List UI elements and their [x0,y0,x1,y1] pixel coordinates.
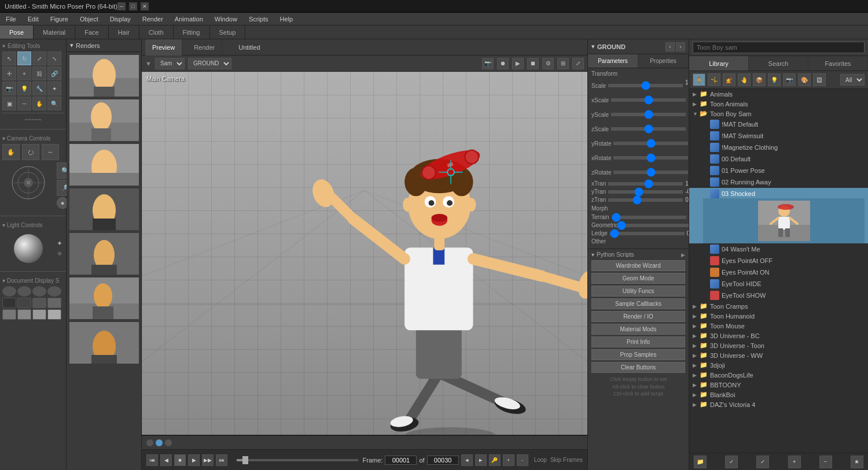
tree-item-blank-boi[interactable]: ▶ 📁 BlankBoi [689,390,868,399]
render-thumb-2[interactable] [69,99,139,141]
editing-tools-expand[interactable]: ▾ [2,43,5,49]
camera-controls-expand[interactable]: ▾ [2,135,5,142]
tool-hand[interactable]: ✋ [32,97,46,110]
tree-item-toon-cramps[interactable]: ▶ 📁 Toon Cramps [689,301,868,311]
render-thumb-5[interactable] [69,233,139,275]
timeline-thumb[interactable] [242,456,248,464]
zscale-slider[interactable] [611,127,686,131]
tab-pose[interactable]: Pose [0,25,34,39]
render-thumb-6[interactable] [69,277,139,319]
ground-tab-properties[interactable]: Properties [638,54,689,68]
frame-current[interactable]: 00001 [385,456,417,465]
xscale-slider[interactable] [611,98,686,102]
menu-animation[interactable]: Animation [169,13,209,25]
tree-item-bbtoony[interactable]: ▶ 📁 BBTOONY [689,380,868,390]
camera-select[interactable]: Sam [155,58,185,69]
lib-icon-figure[interactable]: 🧍 [693,73,705,86]
vp-stop[interactable]: ⏹ [527,58,539,69]
lib-icon-prop[interactable]: 📦 [753,73,766,86]
camera-orbit[interactable]: ⭮ [22,144,39,160]
ztran-slider[interactable] [608,198,683,202]
lib-footer-minus[interactable]: − [819,456,832,468]
search-input[interactable] [693,42,865,53]
vp-snapshot[interactable]: 📷 [482,58,494,69]
tool-end-chain[interactable]: 🔗 [47,66,61,80]
vp-settings[interactable]: ⚙ [542,58,554,69]
tree-item-eyes-pointat-off[interactable]: Eyes PointAt OFF [689,255,868,267]
renders-expand[interactable]: ▾ [70,42,73,49]
lib-footer-add[interactable]: + [788,456,801,468]
display-shade5[interactable] [2,309,16,320]
menu-scripts[interactable]: Scripts [243,13,274,25]
py-sample-callbacks[interactable]: Sample Callbacks [591,298,685,309]
xtran-slider[interactable] [608,182,683,186]
tab-fitting[interactable]: Fitting [174,25,210,39]
py-material-mods[interactable]: Material Mods [591,324,685,335]
render-thumb-1[interactable] [69,55,139,97]
close-button[interactable]: ✕ [141,2,149,10]
timeline-track[interactable] [237,459,358,461]
render-thumb-3[interactable] [69,144,139,186]
tool-light[interactable]: 💡 [17,82,31,95]
py-geom-mode[interactable]: Geom Mode [591,273,685,284]
light-sparkle1[interactable]: ✦ [57,239,62,247]
tree-item-3d-universe-bc[interactable]: ▶ 📁 3D Universe - BC [689,331,868,341]
tab-hair[interactable]: Hair [109,25,139,39]
light-sparkle2[interactable]: ✧ [57,250,62,258]
menu-object[interactable]: Object [74,13,104,25]
display-shade2[interactable] [17,298,31,308]
lib-icon-hair[interactable]: 💇 [723,73,735,86]
tl-prev2[interactable]: ◄ [461,454,473,466]
py-prop-samples[interactable]: Prop Samples [591,349,685,360]
lib-tab-library[interactable]: Library [689,56,749,71]
tree-item-bacon-dogs-life[interactable]: ▶ 📁 BaconDogsLife [689,370,868,380]
tl-next2[interactable]: ► [475,454,487,466]
menu-help[interactable]: Help [274,13,299,25]
tree-item-00-default[interactable]: 00 Default [689,153,868,165]
menu-edit[interactable]: Edit [22,13,45,25]
vp-arrow-down[interactable]: ▼ [145,60,152,67]
frame-total[interactable]: 00030 [427,456,459,465]
ground-prev-arrow[interactable]: ‹ [665,42,675,51]
display-shade6[interactable] [17,309,31,320]
lib-icon-light[interactable]: 💡 [768,73,781,86]
tool-flatten[interactable]: ─ [17,97,31,110]
scale-slider[interactable] [608,84,683,87]
tree-item-02-running-away[interactable]: 02 Running Away [689,176,868,188]
tree-item-eyetool-hide[interactable]: EyeTool HIDE [689,278,868,290]
vp-tab-preview[interactable]: Preview [145,39,182,55]
lib-tab-favorites[interactable]: Favorites [808,56,868,71]
minimize-button[interactable]: ─ [117,2,126,10]
ledge-slider[interactable] [610,232,685,235]
display-shade1[interactable] [2,298,16,308]
display-shade4[interactable] [47,298,61,308]
tree-item-04-wasnt-me[interactable]: 04 Wasn't Me [689,243,868,255]
tl-minus[interactable]: - [517,454,528,466]
maximize-button[interactable]: □ [129,2,137,10]
python-expand-icon[interactable]: ▾ [591,251,594,258]
terrain-slider[interactable] [612,216,686,219]
lib-icon-camera[interactable]: 📷 [783,73,796,86]
py-wardrobe-wizard[interactable]: Wardrobe Wizard [591,260,685,271]
ground-tab-parameters[interactable]: Parameters [588,54,638,68]
lib-footer-check2[interactable]: ✓ [756,456,769,468]
ground-next-arrow[interactable]: › [676,42,685,51]
tool-rotate[interactable]: ↻ [17,51,31,65]
scene-select[interactable]: GROUND [188,58,231,69]
tree-item-toon-humanoid[interactable]: ▶ 📁 Toon Humanoid [689,311,868,321]
vp-grid[interactable]: ⊞ [557,58,569,69]
tree-item-animals[interactable]: ▶ 📁 Animals [689,89,868,99]
display-dot4[interactable] [47,286,61,297]
tool-scale[interactable]: ⤡ [47,51,61,65]
tree-item-toon-mouse[interactable]: ▶ 📁 Toon Mouse [689,321,868,331]
menu-file[interactable]: File [0,13,22,25]
tl-stop[interactable]: ■ [174,454,186,466]
py-print-info[interactable]: Print Info [591,336,685,347]
tool-add[interactable]: + [17,66,31,80]
tab-material[interactable]: Material [34,25,75,39]
menu-render[interactable]: Render [137,13,169,25]
render-thumb-4[interactable] [69,188,139,230]
tab-cloth[interactable]: Cloth [139,25,174,39]
tl-play[interactable]: ▶ [188,454,200,466]
vp-tab-render[interactable]: Render [187,39,222,55]
